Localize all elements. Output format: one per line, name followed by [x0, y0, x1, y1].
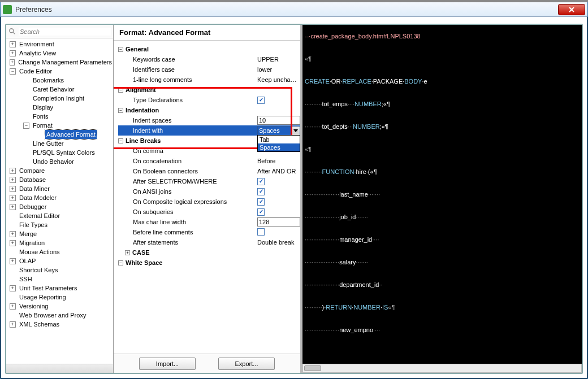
- tree-item-label: Advanced Format: [45, 130, 97, 139]
- tree-item[interactable]: File Types: [7, 220, 113, 229]
- tree-item[interactable]: −Code Editor: [7, 67, 113, 76]
- checkbox[interactable]: [257, 228, 265, 236]
- tree-item[interactable]: SSH: [7, 275, 113, 284]
- tree-item[interactable]: +Database: [7, 175, 113, 184]
- tree-scrollbar[interactable]: [6, 364, 113, 373]
- setting-value: Before: [256, 158, 300, 164]
- svg-line-1: [13, 32, 15, 34]
- export-button[interactable]: Export...: [218, 358, 275, 370]
- setting-row: 1-line long commentsKeep uncha…: [118, 75, 300, 85]
- group-alignment: −Alignment: [118, 85, 300, 95]
- tree-item[interactable]: Usage Reporting: [7, 293, 113, 302]
- dropdown-option[interactable]: Tab: [258, 136, 300, 143]
- tree-item-label: Usage Reporting: [18, 293, 67, 302]
- settings-title: Format: Advanced Format: [114, 25, 300, 41]
- tree-item[interactable]: Mouse Actions: [7, 247, 113, 256]
- category-panel: +Environment+Analytic View+Change Manage…: [6, 25, 114, 373]
- checkbox[interactable]: [257, 198, 265, 206]
- setting-label: General: [124, 46, 149, 53]
- tree-item[interactable]: Undo Behavior: [7, 157, 113, 166]
- tree-item-label: Change Management Parameters: [17, 58, 113, 67]
- dropdown-option[interactable]: Spaces: [258, 143, 300, 151]
- setting-row: On concatenationBefore: [118, 156, 300, 166]
- tree-item[interactable]: +Unit Test Parameters: [7, 284, 113, 293]
- tree-item[interactable]: +Versioning: [7, 302, 113, 311]
- text-input[interactable]: [257, 217, 300, 226]
- settings-list: −GeneralKeywords caseUPPERIdentifiers ca…: [118, 44, 300, 352]
- tree-item-label: Shortcut Keys: [18, 265, 59, 275]
- checkbox[interactable]: [257, 208, 265, 216]
- tree-item[interactable]: +XML Schemas: [7, 320, 113, 329]
- tree-item[interactable]: Caret Behavior: [7, 85, 113, 94]
- tree-item[interactable]: PL/SQL Syntax Colors: [7, 148, 113, 157]
- setting-label: After statements: [132, 239, 178, 246]
- setting-row: Type Declarations: [118, 95, 300, 105]
- setting-label: Line Breaks: [124, 137, 161, 144]
- tree-item[interactable]: +Change Management Parameters: [7, 58, 113, 67]
- tree-item[interactable]: +Debugger: [7, 202, 113, 211]
- setting-label: Identifiers case: [132, 66, 175, 73]
- preview-scrollbar[interactable]: [302, 364, 582, 373]
- dropdown[interactable]: Spaces: [257, 126, 300, 136]
- group-indentation: −Indentation: [118, 105, 300, 115]
- checkbox[interactable]: [257, 178, 265, 185]
- indent-spaces-row[interactable]: Indent spaces: [118, 115, 300, 125]
- close-button[interactable]: [558, 4, 585, 15]
- tree-item[interactable]: +Migration: [7, 238, 113, 247]
- setting-label: On Boolean connectors: [132, 168, 198, 175]
- code-preview: --·create_package_body.htm#LNPLS0138 «¶ …: [300, 25, 582, 373]
- setting-value: Keep uncha…: [256, 76, 300, 83]
- checkbox[interactable]: [257, 97, 265, 104]
- search-input[interactable]: [19, 28, 111, 36]
- search-icon: [8, 28, 16, 36]
- titlebar[interactable]: Preferences: [1, 2, 587, 17]
- checkbox[interactable]: [257, 188, 265, 195]
- setting-label: On ANSI joins: [132, 188, 171, 195]
- setting-row: On Composite logical expressions: [118, 197, 300, 207]
- tree-item[interactable]: Line Gutter: [7, 139, 113, 148]
- tree-item[interactable]: +Data Modeler: [7, 193, 113, 202]
- tree-item-label: Analytic View: [18, 49, 57, 58]
- setting-label: 1-line long comments: [132, 76, 192, 83]
- setting-row: After SELECT/FROM/WHERE: [118, 176, 300, 186]
- tree-item[interactable]: Fonts: [7, 112, 113, 121]
- setting-value: lower: [256, 66, 300, 73]
- tree-item-label: File Types: [18, 220, 49, 229]
- tree-item-label: Environment: [18, 40, 55, 49]
- tree-item[interactable]: +Compare: [7, 166, 113, 175]
- content-frame: +Environment+Analytic View+Change Manage…: [5, 24, 583, 374]
- tree-item[interactable]: +OLAP: [7, 256, 113, 265]
- tree-item-label: Mouse Actions: [18, 247, 61, 256]
- tree-item-label: PL/SQL Syntax Colors: [32, 148, 96, 157]
- tree-item-label: Fonts: [32, 112, 50, 121]
- tree-item[interactable]: +Merge: [7, 229, 113, 238]
- tree-item[interactable]: +Environment: [7, 40, 113, 49]
- tree-item[interactable]: +Data Miner: [7, 184, 113, 193]
- tree-item[interactable]: Bookmarks: [7, 76, 113, 85]
- setting-row: Before line comments: [118, 227, 300, 237]
- tree-item[interactable]: Completion Insight: [7, 94, 113, 103]
- setting-value: After AND OR: [256, 168, 300, 175]
- tree-item[interactable]: Web Browser and Proxy: [7, 311, 113, 320]
- text-input[interactable]: [257, 116, 300, 125]
- tree-item-label: External Editor: [18, 211, 61, 220]
- dropdown-popup[interactable]: TabSpaces: [257, 135, 300, 152]
- tree-item[interactable]: Advanced Format: [7, 130, 113, 139]
- tree-item[interactable]: +Analytic View: [7, 49, 113, 58]
- window-title: Preferences: [15, 6, 558, 14]
- import-button[interactable]: Import...: [139, 358, 196, 370]
- setting-row: On Boolean connectorsAfter AND OR: [118, 166, 300, 176]
- tree-item[interactable]: External Editor: [7, 211, 113, 220]
- tree-item-label: Caret Behavior: [32, 85, 75, 94]
- indent-with-row[interactable]: Indent withSpaces: [118, 125, 300, 136]
- search-row: [6, 25, 113, 38]
- setting-row: On subqueries: [118, 207, 300, 217]
- tree-item[interactable]: −Format: [7, 121, 113, 130]
- tree-item[interactable]: Display: [7, 103, 113, 112]
- setting-label: White Space: [124, 259, 162, 266]
- category-tree[interactable]: +Environment+Analytic View+Change Manage…: [6, 38, 113, 364]
- setting-label: Type Declarations: [132, 97, 183, 103]
- tree-item[interactable]: Shortcut Keys: [7, 265, 113, 275]
- setting-row: Keywords caseUPPER: [118, 54, 300, 64]
- tree-item-label: Migration: [18, 238, 46, 247]
